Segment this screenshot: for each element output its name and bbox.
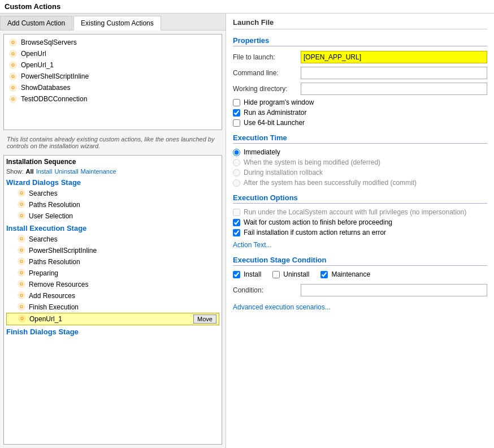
command-line-row: Command line: — [233, 67, 487, 79]
svg-point-23 — [21, 204, 23, 205]
condition-uninstall-checkbox[interactable] — [272, 271, 280, 278]
condition-maintenance-label: Maintenance — [331, 270, 370, 278]
fail-install-checkbox[interactable] — [233, 229, 240, 236]
list-item-label: BrowseSqlServers — [21, 38, 77, 46]
seq-item-label: OpenUrl_1 — [29, 315, 62, 323]
seq-item[interactable]: Searches — [6, 188, 219, 199]
condition-install-checkbox[interactable] — [233, 271, 240, 278]
seq-item[interactable]: Preparing — [6, 268, 219, 279]
gear-icon — [18, 189, 27, 198]
hide-window-row: Hide program's window — [233, 98, 487, 106]
hide-window-checkbox[interactable] — [233, 99, 240, 106]
radio-deferred: When the system is being modified (defer… — [233, 158, 487, 166]
seq-item[interactable]: User Selection — [6, 210, 219, 222]
existing-list-item[interactable]: BrowseSqlServers — [6, 37, 219, 48]
gear-icon — [8, 94, 18, 104]
execution-options: Run under the LocalSystem account with f… — [233, 208, 487, 249]
gear-icon — [8, 61, 18, 70]
command-line-label: Command line: — [233, 69, 301, 77]
gear-icon — [18, 315, 27, 324]
gear-icon — [18, 200, 27, 209]
installation-sequence-title: Installation Sequence — [6, 158, 219, 166]
condition-input[interactable] — [301, 284, 487, 296]
localsystem-row: Run under the LocalSystem account with f… — [233, 208, 487, 216]
list-item-label: OpenUrl_1 — [21, 61, 54, 69]
svg-point-2 — [12, 42, 14, 44]
radio-deferred-input[interactable] — [233, 159, 240, 166]
fail-install-label: Fail installation if custom action retur… — [244, 229, 386, 236]
tab-add-custom-action[interactable]: Add Custom Action — [0, 16, 72, 30]
title-bar: Custom Actions — [0, 0, 494, 14]
seq-item[interactable]: Searches — [6, 234, 219, 245]
wizard-dialogs-stage-items: Searches Paths Resolution User Selection — [6, 188, 219, 222]
seq-item[interactable]: Remove Resources — [6, 279, 219, 290]
tabs-header: Add Custom Action Existing Custom Action… — [0, 14, 226, 31]
show-maintenance[interactable]: Maintenance — [81, 168, 116, 175]
main-container: Custom Actions Add Custom Action Existin… — [0, 0, 494, 448]
wait-finish-row: Wait for custom action to finish before … — [233, 218, 487, 226]
existing-list-item[interactable]: PowerShellScriptInline — [6, 71, 219, 82]
show-all[interactable]: All — [26, 168, 34, 175]
show-label: Show: — [6, 168, 24, 175]
radio-rollback: During installation rollback — [233, 169, 487, 176]
radio-immediately-label: Immediately — [244, 148, 280, 156]
move-button[interactable]: Move — [193, 315, 216, 324]
tab-existing-custom-actions[interactable]: Existing Custom Actions — [73, 16, 161, 31]
svg-point-20 — [21, 192, 23, 194]
run-as-admin-checkbox[interactable] — [233, 109, 240, 117]
seq-item-label: Preparing — [29, 269, 58, 277]
condition-maintenance-row: Maintenance — [320, 270, 370, 278]
seq-item[interactable]: OpenUrl_1 Move — [6, 313, 219, 325]
working-directory-row: Working directory: — [233, 83, 487, 95]
localsystem-checkbox[interactable] — [233, 209, 240, 216]
gear-icon — [18, 235, 27, 244]
svg-point-35 — [21, 261, 23, 262]
execution-time-options: Immediately When the system is being mod… — [233, 148, 487, 187]
install-execution-stage-items: Searches PowerShellScriptInline Paths Re… — [6, 234, 219, 325]
action-text-link[interactable]: Action Text... — [233, 241, 271, 249]
condition-install-row: Install — [233, 270, 261, 278]
svg-point-41 — [21, 283, 23, 285]
seq-item[interactable]: Paths Resolution — [6, 256, 219, 268]
svg-point-17 — [12, 98, 14, 100]
radio-rollback-input[interactable] — [233, 169, 240, 176]
existing-list-item[interactable]: OpenUrl — [6, 48, 219, 59]
radio-deferred-label: When the system is being modified (defer… — [244, 158, 380, 166]
seq-item[interactable]: PowerShellScriptInline — [6, 245, 219, 256]
seq-item[interactable]: Finish Execution — [6, 301, 219, 313]
condition-row: Condition: — [233, 284, 487, 296]
command-line-input[interactable] — [301, 67, 487, 79]
radio-immediately-input[interactable] — [233, 149, 240, 156]
list-item-label: PowerShellScriptInline — [21, 72, 89, 80]
seq-item-label: Paths Resolution — [29, 201, 80, 209]
advanced-link[interactable]: Advanced execution scenarios... — [233, 303, 331, 311]
seq-item-label: Searches — [29, 235, 58, 243]
existing-list-item[interactable]: TestODBCConnection — [6, 93, 219, 105]
seq-item[interactable]: Paths Resolution — [6, 199, 219, 210]
file-to-launch-row: File to launch: — [233, 51, 487, 63]
gear-icon — [8, 83, 18, 92]
seq-item-label: User Selection — [29, 212, 73, 220]
file-to-launch-input[interactable] — [301, 51, 487, 63]
gear-icon — [18, 280, 27, 289]
wait-finish-checkbox[interactable] — [233, 219, 240, 226]
svg-point-47 — [21, 306, 23, 308]
condition-uninstall-label: Uninstall — [283, 270, 309, 278]
condition-maintenance-checkbox[interactable] — [320, 271, 328, 278]
gear-icon — [8, 72, 18, 81]
use-64bit-checkbox[interactable] — [233, 119, 240, 127]
show-install[interactable]: Install — [36, 168, 53, 175]
seq-item[interactable]: Add Resources — [6, 290, 219, 301]
existing-list-item[interactable]: ShowDatabases — [6, 82, 219, 93]
condition-uninstall-row: Uninstall — [272, 270, 309, 278]
working-directory-input[interactable] — [301, 83, 487, 95]
execution-time-header: Execution Time — [233, 133, 487, 144]
list-item-label: ShowDatabases — [21, 84, 70, 92]
condition-label: Condition: — [233, 286, 301, 294]
radio-commit-input[interactable] — [233, 179, 240, 187]
list-item-label: TestODBCConnection — [21, 95, 87, 103]
gear-icon — [18, 246, 27, 255]
show-uninstall[interactable]: Uninstall — [54, 168, 78, 175]
radio-immediately: Immediately — [233, 148, 487, 156]
existing-list-item[interactable]: OpenUrl_1 — [6, 59, 219, 71]
